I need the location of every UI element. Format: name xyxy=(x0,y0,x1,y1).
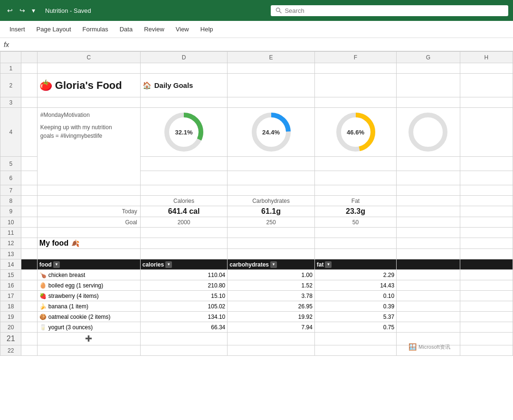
food-fat-egg: 14.43 xyxy=(314,280,396,291)
formula-bar: fx xyxy=(0,38,513,51)
menu-page-layout[interactable]: Page Layout xyxy=(32,23,76,36)
house-icon: 🏠 xyxy=(142,81,152,90)
carbs-filter-icon[interactable]: ▼ xyxy=(270,261,277,268)
col-header-f[interactable]: F xyxy=(314,52,396,63)
row-header: 3 xyxy=(0,97,21,108)
table-row: 4 #MondayMotivation Keeping up with my n… xyxy=(0,108,513,157)
table-row: 22 🪟 Microsoft资讯 xyxy=(0,345,513,356)
fat-today: 23.3g xyxy=(314,206,396,217)
food-carb-chicken: 1.00 xyxy=(228,270,315,280)
fat-filter[interactable]: fat ▼ xyxy=(317,261,332,268)
calories-header-label: calories xyxy=(142,261,164,268)
row-header: 7 xyxy=(0,185,21,196)
row-header: 5 xyxy=(0,157,21,171)
fat-filter-icon[interactable]: ▼ xyxy=(325,261,332,268)
col-header-d[interactable]: D xyxy=(140,52,228,63)
row-header: 11 xyxy=(0,228,21,238)
food-cal-yogurt: 66.34 xyxy=(140,322,228,333)
row-header: 16 xyxy=(0,280,21,291)
food-name-chicken: 🍗 chicken breast xyxy=(39,272,138,278)
fat-header-label: fat xyxy=(317,261,324,268)
food-filter-icon[interactable]: ▼ xyxy=(53,261,60,268)
table-row: 13 xyxy=(0,249,513,259)
menu-help[interactable]: Help xyxy=(196,23,218,36)
food-cal-cookie: 134.10 xyxy=(140,312,228,322)
food-icon-strawberry: 🍓 xyxy=(39,293,47,299)
menu-insert[interactable]: Insert xyxy=(5,23,30,36)
row-header: 17 xyxy=(0,291,21,301)
row-header: 21 xyxy=(0,333,21,345)
ms-watermark: 🪟 Microsoft资讯 xyxy=(408,343,450,351)
fat-donut: 46.6% xyxy=(334,111,377,153)
food-cal-banana: 105.02 xyxy=(140,301,228,312)
menu-bar: Insert Page Layout Formulas Data Review … xyxy=(0,21,513,38)
food-row-3: 17 🍓 strawberry (4 items) 15.10 3.78 0.1… xyxy=(0,291,513,301)
hashtag-line2: Keeping up with my nutrition xyxy=(40,123,137,132)
food-name-yogurt: 🥛 yogurt (3 ounces) xyxy=(39,324,138,331)
food-icon-banana: 🍌 xyxy=(39,303,47,310)
food-label-egg: boiled egg (1 serving) xyxy=(48,282,103,289)
empty-donut xyxy=(407,111,449,153)
calories-chart-container: 32.1% xyxy=(142,109,226,155)
row-header: 13 xyxy=(0,249,21,259)
toolbar-controls[interactable]: ↩ ↪ ▾ xyxy=(5,6,38,15)
food-filter[interactable]: food ▼ xyxy=(39,261,60,268)
spreadsheet-wrapper: C D E F G H 1 2 🍅 Gloria's Fo xyxy=(0,51,513,356)
row-header: 1 xyxy=(0,63,21,74)
goal-label: Goal xyxy=(37,217,140,228)
calories-percent-label: 32.1% xyxy=(175,129,193,136)
food-row-1: 15 🍗 chicken breast 110.04 1.00 2.29 xyxy=(0,270,513,280)
formula-input[interactable] xyxy=(15,41,509,48)
undo-icon[interactable]: ↩ xyxy=(5,6,15,15)
calories-filter-icon[interactable]: ▼ xyxy=(165,261,172,268)
ms-watermark-text: Microsoft资讯 xyxy=(418,344,450,351)
col-header-g[interactable]: G xyxy=(397,52,460,63)
calories-filter[interactable]: calories ▼ xyxy=(142,261,172,268)
daily-goals: 🏠 Daily Goals xyxy=(142,81,226,90)
food-fat-strawberry: 0.10 xyxy=(314,291,396,301)
food-carb-banana: 26.95 xyxy=(228,301,315,312)
pin-icon[interactable]: ▾ xyxy=(29,6,38,15)
calories-today: 641.4 cal xyxy=(140,206,228,217)
food-cal-strawberry: 15.10 xyxy=(140,291,228,301)
food-carb-egg: 1.52 xyxy=(228,280,315,291)
gloria-food-title: 🍅 Gloria's Food xyxy=(39,79,138,92)
search-bar[interactable] xyxy=(271,5,508,16)
carbs-label: Carbohydrates xyxy=(228,196,315,206)
menu-formulas[interactable]: Formulas xyxy=(78,23,113,36)
row-header: 14 xyxy=(0,259,21,270)
col-header-b[interactable] xyxy=(21,52,37,63)
food-label-chicken: chicken breast xyxy=(48,272,85,278)
food-fat-yogurt: 0.75 xyxy=(314,322,396,333)
col-header-c[interactable]: C xyxy=(37,52,140,63)
carbs-today: 61.1g xyxy=(228,206,315,217)
row-header: 20 xyxy=(0,322,21,333)
col-header-e[interactable]: E xyxy=(228,52,315,63)
table-row: 11 xyxy=(0,228,513,238)
fat-chart-container: 46.6% xyxy=(317,109,394,155)
today-label: Today xyxy=(37,206,140,217)
food-row-4: 18 🍌 banana (1 item) 105.02 26.95 0.39 xyxy=(0,301,513,312)
food-row-2: 16 🥚 boiled egg (1 serving) 210.80 1.52 … xyxy=(0,280,513,291)
menu-review[interactable]: Review xyxy=(139,23,169,36)
menu-data[interactable]: Data xyxy=(115,23,137,36)
carbs-percent-label: 24.4% xyxy=(262,129,280,136)
table-row: 2 🍅 Gloria's Food 🏠 Daily Goals xyxy=(0,74,513,97)
gloria-food-label: Gloria's Food xyxy=(55,79,122,92)
col-header-h[interactable]: H xyxy=(460,52,513,63)
menu-view[interactable]: View xyxy=(171,23,194,36)
food-icon-yogurt: 🥛 xyxy=(39,324,47,331)
search-icon xyxy=(276,7,282,14)
add-food-icon[interactable]: ✚ xyxy=(85,334,92,344)
food-table-header-row: 14 food ▼ calories ▼ carbohydrates ▼ xyxy=(0,259,513,270)
search-input[interactable] xyxy=(285,7,504,14)
table-row: 9 Today 641.4 cal 61.1g 23.3g xyxy=(0,206,513,217)
food-name-strawberry: 🍓 strawberry (4 items) xyxy=(39,293,138,299)
row-header: 9 xyxy=(0,206,21,217)
table-row: 3 xyxy=(0,97,513,108)
food-label-strawberry: strawberry (4 items) xyxy=(48,293,99,299)
food-header-label: food xyxy=(39,261,52,268)
carbs-filter[interactable]: carbohydrates ▼ xyxy=(229,261,277,268)
redo-icon[interactable]: ↪ xyxy=(17,6,28,15)
carbs-header-label: carbohydrates xyxy=(229,261,269,268)
